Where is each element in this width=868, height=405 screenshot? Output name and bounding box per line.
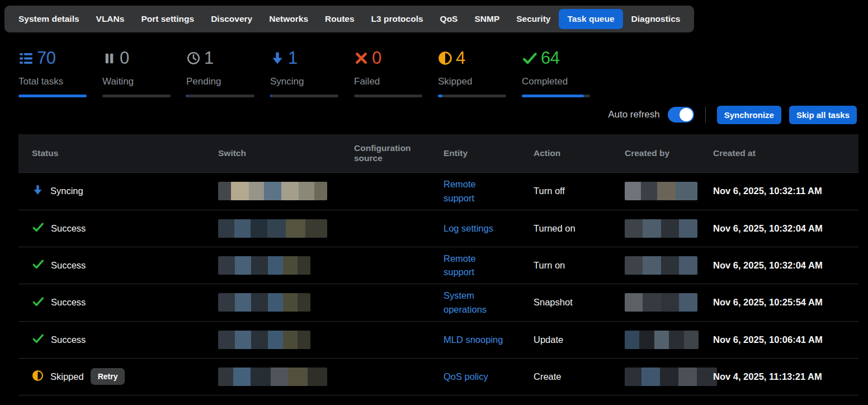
skip-all-tasks-button[interactable]: Skip all tasks bbox=[789, 106, 857, 124]
stat-progress bbox=[354, 95, 422, 97]
entity-link[interactable]: Remote support bbox=[444, 252, 504, 280]
stat-failed: 0 Failed bbox=[354, 48, 422, 97]
status-label: Success bbox=[51, 335, 86, 345]
stat-value: 64 bbox=[541, 48, 559, 68]
stat-label: Completed bbox=[522, 76, 590, 87]
header-entity: Entity bbox=[444, 148, 534, 158]
arrow-down-icon bbox=[32, 184, 44, 198]
status-cell: Success bbox=[18, 295, 218, 310]
synchronize-button[interactable]: Synchronize bbox=[717, 106, 781, 124]
switch-redacted-image bbox=[218, 293, 310, 312]
stat-label: Skipped bbox=[438, 76, 506, 87]
stat-progress bbox=[18, 95, 87, 97]
created-by-redacted-image bbox=[625, 256, 697, 275]
switch-redacted-image bbox=[218, 368, 327, 386]
stat-value: 1 bbox=[204, 48, 214, 68]
created-by-redacted-image bbox=[625, 293, 697, 312]
status-label: Success bbox=[51, 297, 86, 308]
stat-waiting: 0 Waiting bbox=[102, 48, 171, 97]
stat-label: Waiting bbox=[102, 76, 171, 87]
created-at: Nov 6, 2025, 10:32:04 AM bbox=[713, 223, 858, 234]
stat-label: Total tasks bbox=[18, 76, 87, 87]
table-row: Success Log settings Turned on Nov 6, 20… bbox=[18, 210, 858, 247]
header-status: Status bbox=[18, 148, 218, 158]
created-by-redacted-image bbox=[625, 219, 697, 238]
top-nav: System details VLANs Port settings Disco… bbox=[4, 6, 694, 32]
stat-label: Pending bbox=[186, 76, 254, 87]
switch-redacted-image bbox=[218, 256, 310, 275]
stat-progress bbox=[438, 95, 506, 97]
tab-system-details[interactable]: System details bbox=[10, 9, 88, 29]
stat-pending: 1 Pending bbox=[186, 48, 254, 97]
x-icon bbox=[354, 51, 369, 65]
stat-progress bbox=[270, 95, 338, 97]
stat-value: 70 bbox=[37, 48, 55, 68]
status-label: Success bbox=[51, 260, 86, 271]
switch-redacted-image bbox=[218, 182, 327, 200]
table-header: Status Switch Configuration source Entit… bbox=[18, 134, 858, 172]
action-label: Turn on bbox=[534, 260, 625, 271]
stat-syncing: 1 Syncing bbox=[270, 48, 338, 97]
tab-l3-protocols[interactable]: L3 protocols bbox=[363, 9, 432, 29]
created-by-redacted-image bbox=[625, 368, 717, 386]
stat-label: Syncing bbox=[270, 76, 338, 87]
stat-skipped: 4 Skipped bbox=[438, 48, 506, 97]
pause-icon bbox=[102, 51, 116, 65]
entity-link[interactable]: Log settings bbox=[444, 222, 493, 236]
status-cell: Syncing bbox=[18, 184, 218, 198]
table-row: Success System operations Snapshot Nov 6… bbox=[18, 284, 858, 321]
tab-routes[interactable]: Routes bbox=[317, 9, 363, 29]
task-stats: 70 Total tasks 0 Waiting 1 Pending bbox=[18, 48, 868, 97]
header-created-at: Created at bbox=[713, 148, 858, 158]
status-label: Syncing bbox=[50, 186, 83, 196]
tab-networks[interactable]: Networks bbox=[261, 9, 317, 29]
tab-qos[interactable]: QoS bbox=[432, 9, 466, 29]
action-label: Turned on bbox=[534, 223, 625, 234]
status-cell: Success bbox=[18, 221, 218, 236]
auto-refresh-label: Auto refresh bbox=[608, 109, 660, 120]
table-row: Success Remote support Turn on Nov 6, 20… bbox=[18, 247, 858, 284]
divider bbox=[705, 106, 706, 123]
status-cell: Success bbox=[18, 258, 218, 272]
action-label: Update bbox=[534, 335, 625, 345]
tab-snmp[interactable]: SNMP bbox=[466, 9, 508, 29]
header-action: Action bbox=[534, 148, 625, 158]
created-at: Nov 6, 2025, 10:25:54 AM bbox=[713, 297, 858, 308]
status-cell: Success bbox=[18, 332, 218, 347]
tab-security[interactable]: Security bbox=[508, 9, 559, 29]
tab-diagnostics[interactable]: Diagnostics bbox=[623, 9, 689, 29]
entity-link[interactable]: Remote support bbox=[444, 177, 504, 205]
entity-link[interactable]: QoS policy bbox=[444, 370, 488, 384]
created-at: Nov 6, 2025, 10:32:11 AM bbox=[713, 186, 858, 196]
stat-label: Failed bbox=[354, 76, 422, 87]
arrow-down-icon bbox=[270, 51, 285, 65]
action-label: Snapshot bbox=[534, 297, 625, 308]
table-row: Success MLD snooping Update Nov 6, 2025,… bbox=[18, 321, 858, 358]
task-table: Status Switch Configuration source Entit… bbox=[18, 134, 858, 395]
retry-button[interactable]: Retry bbox=[91, 368, 125, 385]
status-cell: Skipped Retry bbox=[18, 368, 218, 385]
action-label: Create bbox=[534, 371, 625, 382]
auto-refresh-toggle[interactable] bbox=[668, 107, 694, 123]
tab-task-queue[interactable]: Task queue bbox=[559, 9, 622, 29]
entity-link[interactable]: System operations bbox=[444, 289, 504, 317]
stat-progress bbox=[522, 95, 590, 97]
entity-link[interactable]: MLD snooping bbox=[444, 333, 503, 347]
tab-vlans[interactable]: VLANs bbox=[88, 9, 133, 29]
stat-value: 0 bbox=[120, 48, 129, 68]
switch-redacted-image bbox=[218, 219, 327, 238]
header-switch: Switch bbox=[218, 148, 354, 158]
stat-value: 1 bbox=[288, 48, 298, 68]
controls-bar: Auto refresh Synchronize Skip all tasks bbox=[0, 105, 857, 124]
stat-progress bbox=[186, 95, 254, 97]
tab-port-settings[interactable]: Port settings bbox=[133, 9, 202, 29]
created-by-redacted-image bbox=[625, 331, 699, 349]
status-label: Skipped bbox=[50, 371, 84, 382]
check-icon bbox=[32, 332, 44, 347]
created-at: Nov 4, 2025, 11:13:21 AM bbox=[713, 371, 858, 382]
half-circle-icon bbox=[438, 51, 452, 65]
stat-total-tasks: 70 Total tasks bbox=[18, 48, 87, 97]
created-by-redacted-image bbox=[625, 182, 697, 200]
status-label: Success bbox=[51, 223, 86, 234]
tab-discovery[interactable]: Discovery bbox=[202, 9, 261, 29]
